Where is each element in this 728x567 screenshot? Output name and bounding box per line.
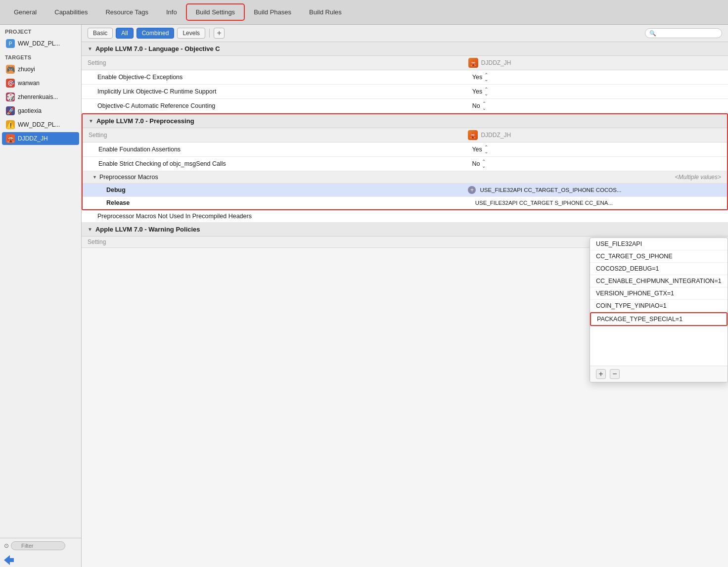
release-value: USE_FILE32API CC_TARGET S_IPHONE CC_ENA.… bbox=[475, 200, 721, 206]
setting-name: Implicitly Link Objective-C Runtime Supp… bbox=[97, 88, 472, 95]
dropdown-item-0[interactable]: USE_FILE32API bbox=[590, 238, 728, 250]
table-row[interactable]: Enable Objective-C Exceptions Yes ⌃⌄ bbox=[82, 70, 728, 85]
combined-button[interactable]: Combined bbox=[136, 28, 175, 39]
setting-name-extra: Preprocessor Macros Not Used In Precompi… bbox=[97, 213, 472, 220]
debug-label: Debug bbox=[106, 187, 468, 193]
debug-value: USE_FILE32API CC_TARGET_OS_IPHONE COCOS.… bbox=[480, 187, 721, 193]
tab-general[interactable]: General bbox=[5, 4, 46, 20]
tab-build-rules[interactable]: Build Rules bbox=[300, 4, 351, 20]
col-value-label: 🎪 DJDDZ_JH bbox=[468, 58, 722, 68]
setting-value: Yes ⌃⌄ bbox=[472, 87, 722, 96]
table-row-extra[interactable]: Preprocessor Macros Not Used In Precompi… bbox=[82, 210, 728, 223]
sidebar-item-project[interactable]: P WW_DDZ_PL... bbox=[2, 37, 79, 50]
sidebar-item-zhuoyi[interactable]: 🎮 zhuoyi bbox=[2, 63, 79, 76]
project-item-label: WW_DDZ_PL... bbox=[18, 40, 60, 47]
djddzjh-col-icon-2: 🎪 bbox=[468, 130, 478, 140]
dropdown-minus-button[interactable]: − bbox=[610, 369, 620, 379]
zhenrenkuais-label: zhenrenkuais... bbox=[18, 94, 58, 100]
project-icon: P bbox=[6, 39, 15, 48]
targets-section-label: TARGETS bbox=[0, 50, 81, 62]
stepper-icon[interactable]: ⌃⌄ bbox=[484, 73, 488, 82]
djddzjh-label: DJDDZ_JH bbox=[18, 135, 48, 142]
wanwan-icon: 🎯 bbox=[6, 79, 15, 88]
zhuoyi-label: zhuoyi bbox=[18, 66, 35, 73]
arrow-indicator bbox=[4, 555, 14, 565]
sub-section-preprocessor-macros[interactable]: ▼ Preprocessor Macros <Multiple values> bbox=[83, 171, 727, 184]
wwddzpl-label: WW_DDZ_PL... bbox=[18, 121, 60, 128]
setting-name: Objective-C Automatic Reference Counting bbox=[97, 102, 472, 109]
release-label: Release bbox=[106, 199, 475, 206]
dropdown-item-6[interactable]: PACKAGE_TYPE_SPECIAL=1 bbox=[590, 312, 728, 326]
sidebar-item-djddzjh[interactable]: 🎪 DJDDZ_JH bbox=[2, 132, 79, 145]
section-header-language[interactable]: ▼ Apple LLVM 7.0 - Language - Objective … bbox=[82, 42, 728, 56]
col-setting-label: Setting bbox=[88, 59, 468, 66]
tab-capabilities[interactable]: Capabilities bbox=[46, 4, 96, 20]
search-input[interactable] bbox=[658, 30, 718, 37]
triangle-icon-macros: ▼ bbox=[92, 175, 97, 180]
table-row[interactable]: Objective-C Automatic Reference Counting… bbox=[82, 99, 728, 113]
gaotiexia-label: gaotiexia bbox=[18, 107, 42, 114]
search-icon: 🔍 bbox=[649, 30, 656, 37]
sub-section-title: Preprocessor Macros bbox=[99, 174, 158, 181]
stepper-icon[interactable]: ⌃⌄ bbox=[482, 101, 486, 110]
col-value-label-2: 🎪 DJDDZ_JH bbox=[468, 130, 721, 140]
sidebar-item-wanwan[interactable]: 🎯 wanwan bbox=[2, 77, 79, 90]
section-title-warning: Apple LLVM 7.0 - Warning Policies bbox=[95, 226, 200, 233]
tab-info[interactable]: Info bbox=[157, 4, 186, 20]
setting-name: Enable Foundation Assertions bbox=[98, 146, 472, 153]
section-header-warning[interactable]: ▼ Apple LLVM 7.0 - Warning Policies bbox=[82, 223, 728, 236]
sub-row-debug[interactable]: Debug + USE_FILE32API CC_TARGET_OS_IPHON… bbox=[83, 184, 727, 197]
levels-button[interactable]: Levels bbox=[177, 28, 205, 39]
dropdown-item-3[interactable]: CC_ENABLE_CHIPMUNK_INTEGRATION=1 bbox=[590, 275, 728, 287]
wwddzpl-icon: ⚠️ bbox=[6, 120, 15, 129]
section-header-preprocessing[interactable]: ▼ Apple LLVM 7.0 - Preprocessing bbox=[83, 114, 727, 128]
gaotiexia-icon: 🚀 bbox=[6, 106, 15, 115]
add-filter-button[interactable]: + bbox=[214, 28, 225, 39]
setting-value: Yes ⌃⌄ bbox=[472, 73, 722, 82]
tab-bar: General Capabilities Resource Tags Info … bbox=[0, 0, 728, 25]
dropdown-item-5[interactable]: COIN_TYPE_YINPIAO=1 bbox=[590, 300, 728, 312]
dropdown-item-1[interactable]: CC_TARGET_OS_IPHONE bbox=[590, 250, 728, 263]
content-area: Basic All Combined Levels + 🔍 ▼ Apple LL… bbox=[82, 25, 728, 567]
djddzjh-icon: 🎪 bbox=[6, 134, 15, 143]
sidebar: PROJECT P WW_DDZ_PL... TARGETS 🎮 zhuoyi … bbox=[0, 25, 82, 567]
filter-icon: ⊙ bbox=[4, 542, 9, 549]
dropdown-empty-area bbox=[590, 326, 728, 366]
tab-build-settings[interactable]: Build Settings bbox=[186, 3, 245, 21]
sidebar-item-zhenrenkuais[interactable]: 🎲 zhenrenkuais... bbox=[2, 91, 79, 103]
project-section-label: PROJECT bbox=[0, 25, 81, 37]
stepper-icon[interactable]: ⌃⌄ bbox=[484, 87, 488, 96]
filter-separator bbox=[209, 29, 210, 38]
stepper-icon[interactable]: ⌃⌄ bbox=[484, 145, 488, 154]
table-row[interactable]: Enable Foundation Assertions Yes ⌃⌄ bbox=[83, 142, 727, 157]
col-setting-label-3: Setting bbox=[88, 238, 468, 245]
sidebar-bottom: ⊙ bbox=[0, 538, 81, 553]
table-header-language: Setting 🎪 DJDDZ_JH bbox=[82, 56, 728, 70]
sidebar-item-gaotiexia[interactable]: 🚀 gaotiexia bbox=[2, 104, 79, 117]
search-box: 🔍 bbox=[645, 28, 722, 38]
table-row[interactable]: Enable Strict Checking of objc_msgSend C… bbox=[83, 157, 727, 171]
setting-value: No ⌃⌄ bbox=[472, 101, 722, 110]
tab-resource-tags[interactable]: Resource Tags bbox=[96, 4, 157, 20]
stepper-icon[interactable]: ⌃⌄ bbox=[482, 159, 486, 168]
filter-bar: Basic All Combined Levels + 🔍 bbox=[82, 25, 728, 42]
wanwan-label: wanwan bbox=[18, 80, 40, 87]
basic-button[interactable]: Basic bbox=[88, 28, 113, 39]
main-layout: PROJECT P WW_DDZ_PL... TARGETS 🎮 zhuoyi … bbox=[0, 25, 728, 567]
add-circle-icon[interactable]: + bbox=[468, 186, 476, 194]
dropdown-item-4[interactable]: VERSION_IPHONE_GTX=1 bbox=[590, 287, 728, 300]
filter-input[interactable] bbox=[11, 541, 65, 550]
preprocessing-section-outline: ▼ Apple LLVM 7.0 - Preprocessing Setting… bbox=[82, 113, 728, 210]
dropdown-add-button[interactable]: + bbox=[596, 369, 606, 379]
setting-value: Yes ⌃⌄ bbox=[472, 145, 721, 154]
tab-build-phases[interactable]: Build Phases bbox=[245, 4, 300, 20]
col-setting-label-2: Setting bbox=[89, 132, 468, 139]
sidebar-item-wwddzpl[interactable]: ⚠️ WW_DDZ_PL... bbox=[2, 118, 79, 131]
dropdown-bottom-bar: + − bbox=[590, 366, 728, 382]
sub-row-release[interactable]: Release USE_FILE32API CC_TARGET S_IPHONE… bbox=[83, 197, 727, 209]
zhuoyi-icon: 🎮 bbox=[6, 65, 15, 74]
dropdown-item-2[interactable]: COCOS2D_DEBUG=1 bbox=[590, 263, 728, 275]
triangle-icon-language: ▼ bbox=[88, 46, 92, 51]
table-row[interactable]: Implicitly Link Objective-C Runtime Supp… bbox=[82, 85, 728, 99]
all-button[interactable]: All bbox=[116, 28, 133, 39]
